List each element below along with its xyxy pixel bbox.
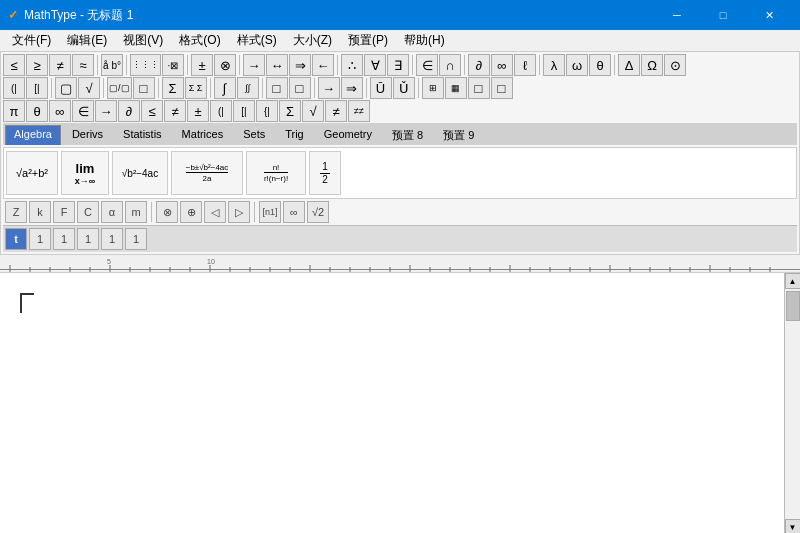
sym-theta2[interactable]: θ: [26, 100, 48, 122]
maximize-button[interactable]: □: [700, 0, 746, 30]
sym-in[interactable]: ∈: [416, 54, 438, 76]
tab-statistis[interactable]: Statistis: [114, 125, 171, 145]
tmpl-tri-r[interactable]: ▷: [228, 201, 250, 223]
sym-pm2[interactable]: ±: [187, 100, 209, 122]
sym-int2[interactable]: ∫∫: [237, 77, 259, 99]
sym-omega[interactable]: ω: [566, 54, 588, 76]
scrollbar-vertical[interactable]: ▲ ▼: [784, 273, 800, 533]
tmpl-F[interactable]: F: [53, 201, 75, 223]
template-combination[interactable]: n! r!(n−r)!: [246, 151, 306, 195]
sym-Ubar[interactable]: Ū: [370, 77, 392, 99]
tmpl-n1[interactable]: [n1]: [259, 201, 281, 223]
sym-neq2[interactable]: ≠: [164, 100, 186, 122]
sym-leq2[interactable]: ≤: [141, 100, 163, 122]
sym-Ucheck[interactable]: Ǔ: [393, 77, 415, 99]
minimize-button[interactable]: ─: [654, 0, 700, 30]
tmpl-oplus[interactable]: ⊕: [180, 201, 202, 223]
tmpl-sqrt2[interactable]: √2: [307, 201, 329, 223]
sym-lbracket-t[interactable]: [|: [26, 77, 48, 99]
sym-partial[interactable]: ∂: [468, 54, 490, 76]
sym-box6[interactable]: □: [491, 77, 513, 99]
tab-algebra[interactable]: Algebra: [5, 125, 61, 145]
sym-neq4[interactable]: ≠≠: [348, 100, 370, 122]
sym-approx[interactable]: ≈: [72, 54, 94, 76]
sym-leq[interactable]: ≤: [3, 54, 25, 76]
tmpl-Z[interactable]: Z: [5, 201, 27, 223]
sym-rightarrow2[interactable]: →: [318, 77, 340, 99]
tmpl-k[interactable]: k: [29, 201, 51, 223]
menu-file[interactable]: 文件(F): [4, 30, 59, 52]
sym-frac-box[interactable]: ▢/▢: [107, 77, 132, 99]
sym-plusminus[interactable]: ±: [191, 54, 213, 76]
tab-preset9[interactable]: 预置 9: [434, 125, 483, 145]
sym-pi[interactable]: π: [3, 100, 25, 122]
sym-Sigma[interactable]: Σ: [162, 77, 184, 99]
sym-lparen-t[interactable]: (|: [3, 77, 25, 99]
sym-sqrt2[interactable]: √: [302, 100, 324, 122]
menu-format[interactable]: 格式(O): [171, 30, 228, 52]
tab-derivs[interactable]: Derivs: [63, 125, 112, 145]
sym-matrix-dots[interactable]: ⋮⋮⋮: [130, 54, 161, 76]
menu-view[interactable]: 视图(V): [115, 30, 171, 52]
template-sqrt-sum[interactable]: √a²+b²: [6, 151, 58, 195]
sym-delta[interactable]: Δ: [618, 54, 640, 76]
tmpl-infty[interactable]: ∞: [283, 201, 305, 223]
sym-cdot-box[interactable]: ·⊠: [162, 54, 184, 76]
scroll-down-arrow[interactable]: ▼: [785, 519, 801, 533]
sym-therefore[interactable]: ∴: [341, 54, 363, 76]
sym-Omega[interactable]: Ω: [641, 54, 663, 76]
sym-lambda[interactable]: λ: [543, 54, 565, 76]
sym-box2[interactable]: □: [133, 77, 155, 99]
editor-canvas[interactable]: [0, 273, 784, 533]
sym-odot[interactable]: ⊙: [664, 54, 686, 76]
fmt-3[interactable]: 1: [77, 228, 99, 250]
tmpl-otimes[interactable]: ⊗: [156, 201, 178, 223]
sym-infty[interactable]: ∞: [49, 100, 71, 122]
tab-geometry[interactable]: Geometry: [315, 125, 381, 145]
tmpl-C[interactable]: C: [77, 201, 99, 223]
tmpl-tri-l[interactable]: ◁: [204, 201, 226, 223]
tab-preset8[interactable]: 预置 8: [383, 125, 432, 145]
sym-forall[interactable]: ∀: [364, 54, 386, 76]
fmt-1[interactable]: 1: [29, 228, 51, 250]
sym-box4[interactable]: □: [289, 77, 311, 99]
sym-lparen3[interactable]: {|: [256, 100, 278, 122]
sym-infty2[interactable]: ∞: [491, 54, 513, 76]
sym-theta-tb[interactable]: θ: [589, 54, 611, 76]
sym-box-sq[interactable]: ▢: [55, 77, 77, 99]
tab-matrices[interactable]: Matrices: [173, 125, 233, 145]
sym-leftarrow[interactable]: ←: [312, 54, 334, 76]
sym-partial2[interactable]: ∂: [118, 100, 140, 122]
scroll-track-vertical[interactable]: [785, 289, 800, 519]
sym-leftrightarrow[interactable]: ↔: [266, 54, 288, 76]
sym-doublerightarrow[interactable]: ⇒: [289, 54, 311, 76]
sym-geq[interactable]: ≥: [26, 54, 48, 76]
sym-lbracket2[interactable]: [|: [233, 100, 255, 122]
template-quadratic[interactable]: −b±√b²−4ac 2a: [171, 151, 243, 195]
sym-ell[interactable]: ℓ: [514, 54, 536, 76]
tmpl-alpha[interactable]: α: [101, 201, 123, 223]
sym-int[interactable]: ∫: [214, 77, 236, 99]
sym-otimes[interactable]: ⊗: [214, 54, 236, 76]
sym-Sigma3[interactable]: Σ: [279, 100, 301, 122]
sym-rightarrow[interactable]: →: [243, 54, 265, 76]
template-sqrt-quad[interactable]: √b²−4ac: [112, 151, 168, 195]
sym-gridbox2[interactable]: ▦: [445, 77, 467, 99]
fmt-4[interactable]: 1: [101, 228, 123, 250]
fmt-5[interactable]: 1: [125, 228, 147, 250]
sym-Sigma2[interactable]: Σ Σ: [185, 77, 207, 99]
sym-alpha-dot[interactable]: å b°: [101, 54, 123, 76]
sym-lparen2[interactable]: (|: [210, 100, 232, 122]
close-button[interactable]: ✕: [746, 0, 792, 30]
tab-trig[interactable]: Trig: [276, 125, 313, 145]
menu-size[interactable]: 大小(Z): [285, 30, 340, 52]
menu-style[interactable]: 样式(S): [229, 30, 285, 52]
sym-in2[interactable]: ∈: [72, 100, 94, 122]
fmt-2[interactable]: 1: [53, 228, 75, 250]
sym-gridbox[interactable]: ⊞: [422, 77, 444, 99]
menu-preset[interactable]: 预置(P): [340, 30, 396, 52]
menu-help[interactable]: 帮助(H): [396, 30, 453, 52]
sym-box5[interactable]: □: [468, 77, 490, 99]
sym-doublerightarrow2[interactable]: ⇒: [341, 77, 363, 99]
sym-exists[interactable]: ∃: [387, 54, 409, 76]
